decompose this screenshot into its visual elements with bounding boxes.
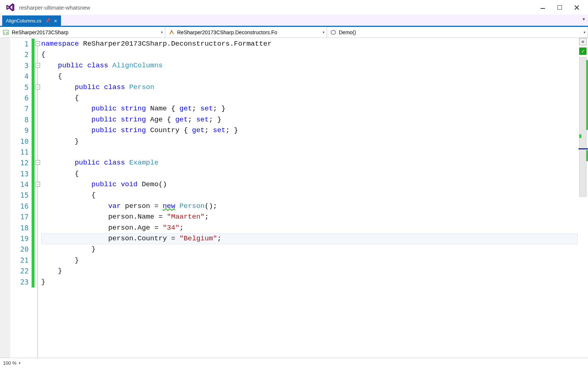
tab-close-icon[interactable]: × [54, 18, 57, 24]
change-marker [32, 114, 35, 125]
line-number: 5 [10, 82, 32, 93]
svg-rect-1 [557, 5, 562, 10]
maximize-button[interactable] [551, 1, 568, 13]
line-number: 20 [10, 244, 32, 255]
nav-class-label: ReSharper20173CSharp.Deconstructors.Fo [177, 29, 277, 35]
change-marker [32, 60, 35, 71]
nav-class-dropdown[interactable]: ReSharper20173CSharp.Deconstructors.Fo ▾ [165, 27, 327, 38]
close-button[interactable] [568, 1, 585, 13]
change-marker [32, 223, 35, 233]
change-marker [32, 277, 35, 287]
change-marker [32, 82, 35, 93]
change-marker [32, 136, 35, 147]
change-marker [32, 169, 35, 179]
change-marker [32, 125, 35, 136]
line-number: 21 [10, 255, 32, 266]
fold-toggle[interactable]: − [35, 160, 40, 165]
change-marker [32, 233, 35, 244]
caret-marker [578, 148, 588, 149]
tab-label: AlignColumns.cs [6, 18, 42, 24]
marker [579, 134, 581, 138]
change-marker [32, 158, 35, 168]
nav-project-label: ReSharper20173CSharp [12, 29, 68, 35]
line-number: 4 [10, 71, 32, 82]
fold-toggle[interactable]: − [35, 182, 40, 187]
split-editor-icon[interactable]: ≡ [579, 38, 587, 45]
status-bar: 100 % ▾ [0, 358, 588, 368]
nav-member-dropdown[interactable]: Demo() ▾ [327, 27, 588, 38]
nav-project-dropdown[interactable]: C# ReSharper20173CSharp ▾ [0, 27, 165, 38]
scrollbar-track[interactable] [579, 57, 587, 197]
line-number: 16 [10, 201, 32, 212]
class-icon [168, 29, 175, 35]
change-marker [32, 190, 35, 201]
svg-rect-0 [541, 8, 545, 9]
line-number: 2 [10, 49, 32, 60]
csharp-project-icon: C# [3, 29, 10, 35]
line-number: 14 [10, 179, 32, 190]
change-marker [32, 49, 35, 60]
svg-text:C#: C# [4, 31, 8, 35]
pin-icon[interactable]: 📌 [45, 18, 50, 23]
line-number: 13 [10, 169, 32, 179]
change-marker [32, 201, 35, 212]
fold-toggle[interactable]: − [35, 41, 40, 46]
chevron-down-icon[interactable]: ▾ [19, 361, 21, 365]
line-number: 6 [10, 93, 32, 103]
line-number: 8 [10, 114, 32, 125]
line-number: 1 [10, 39, 32, 49]
change-marker-gutter [32, 38, 35, 358]
line-number: 3 [10, 60, 32, 71]
overview-ruler: ≡ ✓ ▲ [578, 38, 588, 358]
change-marker [32, 179, 35, 190]
zoom-level[interactable]: 100 % [3, 360, 17, 366]
minimize-button[interactable] [534, 1, 551, 13]
editor[interactable]: 1234567891011121314151617181920212223 −−… [0, 38, 588, 358]
tab-bar: AlignColumns.cs 📌 × ▼ [0, 15, 588, 26]
fold-gutter: −−−−− [35, 38, 41, 358]
line-number: 22 [10, 266, 32, 276]
change-marker [586, 60, 588, 130]
change-marker [32, 255, 35, 266]
line-number: 23 [10, 277, 32, 287]
tab-overflow-icon[interactable]: ▼ [582, 17, 586, 21]
line-number: 10 [10, 136, 32, 147]
window-title: resharper-ultimate-whatsnew [19, 4, 90, 11]
method-icon [330, 29, 337, 35]
navigation-bar: C# ReSharper20173CSharp ▾ ReSharper20173… [0, 27, 588, 38]
glyph-margin [0, 38, 10, 358]
change-marker [32, 39, 35, 49]
change-marker [32, 212, 35, 222]
line-number: 19 [10, 233, 32, 244]
chevron-down-icon: ▾ [584, 30, 585, 34]
line-number: 7 [10, 103, 32, 114]
change-marker [32, 147, 35, 158]
change-marker [586, 150, 588, 161]
chevron-down-icon: ▾ [161, 30, 163, 34]
change-marker [32, 244, 35, 255]
line-number-gutter: 1234567891011121314151617181920212223 [10, 38, 32, 358]
change-marker [32, 71, 35, 82]
line-number: 9 [10, 125, 32, 136]
fold-toggle[interactable]: − [35, 85, 40, 89]
change-marker [32, 266, 35, 276]
line-number: 17 [10, 212, 32, 222]
fold-toggle[interactable]: − [35, 63, 40, 68]
line-number: 11 [10, 147, 32, 158]
status-ok-icon[interactable]: ✓ [579, 47, 587, 55]
change-marker [32, 93, 35, 103]
file-tab-active[interactable]: AlignColumns.cs 📌 × [2, 15, 61, 26]
line-number: 12 [10, 158, 32, 168]
line-number: 15 [10, 190, 32, 201]
code-content[interactable]: namespace ReSharper20173CSharp.Deconstru… [41, 38, 578, 358]
vs-logo-icon [5, 2, 15, 13]
change-marker [32, 103, 35, 114]
line-number: 18 [10, 223, 32, 233]
nav-member-label: Demo() [339, 29, 356, 35]
title-bar: resharper-ultimate-whatsnew [0, 0, 588, 15]
chevron-down-icon: ▾ [323, 30, 325, 34]
